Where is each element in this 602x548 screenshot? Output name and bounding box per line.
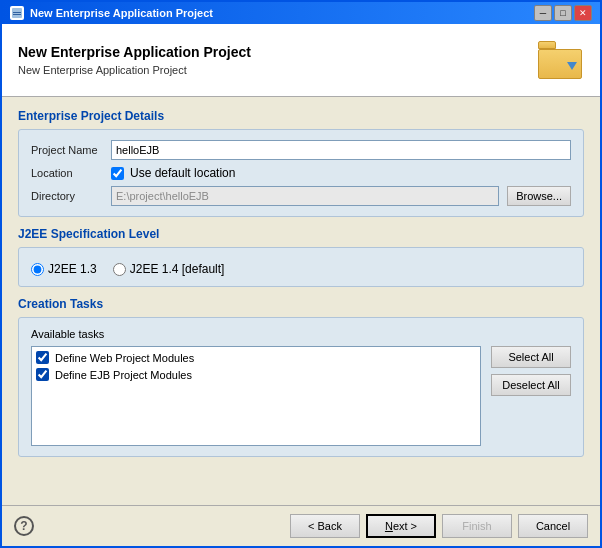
bottom-buttons: < Back Next > Finish Cancel <box>290 514 588 538</box>
next-label: Next > <box>385 520 417 532</box>
folder-arrow-icon <box>567 62 577 70</box>
title-bar-controls: ─ □ ✕ <box>534 5 592 21</box>
location-label: Location <box>31 167 103 179</box>
enterprise-section-panel: Project Name Location Use default locati… <box>18 129 584 217</box>
j2ee-13-label: J2EE 1.3 <box>48 262 97 276</box>
use-default-label: Use default location <box>130 166 235 180</box>
directory-label: Directory <box>31 190 103 202</box>
j2ee-14-option: J2EE 1.4 [default] <box>113 262 225 276</box>
folder-tab <box>538 41 556 49</box>
main-window: New Enterprise Application Project ─ □ ✕… <box>0 0 602 548</box>
j2ee-section-panel: J2EE 1.3 J2EE 1.4 [default] <box>18 247 584 287</box>
use-default-checkbox[interactable] <box>111 167 124 180</box>
deselect-all-button[interactable]: Deselect All <box>491 374 571 396</box>
use-default-row: Use default location <box>111 166 235 180</box>
finish-button[interactable]: Finish <box>442 514 512 538</box>
directory-input[interactable] <box>111 186 499 206</box>
bottom-left: ? <box>14 516 34 536</box>
creation-tasks-section: Creation Tasks Available tasks Define We… <box>18 297 584 493</box>
bottom-bar: ? < Back Next > Finish Cancel <box>2 505 600 546</box>
header-icon-area <box>536 36 584 84</box>
location-row: Location Use default location <box>31 166 571 180</box>
help-button[interactable]: ? <box>14 516 34 536</box>
content-area: New Enterprise Application Project New E… <box>2 24 600 546</box>
header-section: New Enterprise Application Project New E… <box>2 24 600 97</box>
j2ee-section: J2EE Specification Level J2EE 1.3 J2EE 1… <box>18 227 584 287</box>
enterprise-section: Enterprise Project Details Project Name … <box>18 109 584 217</box>
minimize-button[interactable]: ─ <box>534 5 552 21</box>
maximize-button[interactable]: □ <box>554 5 572 21</box>
next-button[interactable]: Next > <box>366 514 436 538</box>
folder-body <box>538 49 582 79</box>
j2ee-13-option: J2EE 1.3 <box>31 262 97 276</box>
task-web-checkbox[interactable] <box>36 351 49 364</box>
j2ee-section-title: J2EE Specification Level <box>18 227 584 241</box>
main-body: Enterprise Project Details Project Name … <box>2 97 600 505</box>
folder-icon <box>538 41 582 79</box>
j2ee-13-radio[interactable] <box>31 263 44 276</box>
browse-button[interactable]: Browse... <box>507 186 571 206</box>
app-icon <box>10 6 24 20</box>
back-button[interactable]: < Back <box>290 514 360 538</box>
title-bar: New Enterprise Application Project ─ □ ✕ <box>2 2 600 24</box>
task-ejb-checkbox[interactable] <box>36 368 49 381</box>
project-name-label: Project Name <box>31 144 103 156</box>
task-web-label: Define Web Project Modules <box>55 352 194 364</box>
project-name-row: Project Name <box>31 140 571 160</box>
j2ee-radio-group: J2EE 1.3 J2EE 1.4 [default] <box>31 262 571 276</box>
title-bar-text: New Enterprise Application Project <box>30 7 213 19</box>
select-all-button[interactable]: Select All <box>491 346 571 368</box>
svg-rect-2 <box>13 14 21 15</box>
directory-row: Directory Browse... <box>31 186 571 206</box>
title-bar-left: New Enterprise Application Project <box>10 6 213 20</box>
j2ee-14-radio[interactable] <box>113 263 126 276</box>
tasks-inner: Define Web Project Modules Define EJB Pr… <box>31 346 571 446</box>
enterprise-section-title: Enterprise Project Details <box>18 109 584 123</box>
header-subtitle: New Enterprise Application Project <box>18 64 251 76</box>
available-tasks-label: Available tasks <box>31 328 571 340</box>
cancel-button[interactable]: Cancel <box>518 514 588 538</box>
close-button[interactable]: ✕ <box>574 5 592 21</box>
creation-tasks-title: Creation Tasks <box>18 297 584 311</box>
j2ee-14-label: J2EE 1.4 [default] <box>130 262 225 276</box>
svg-rect-1 <box>13 12 21 13</box>
task-ejb-label: Define EJB Project Modules <box>55 369 192 381</box>
header-title: New Enterprise Application Project <box>18 44 251 60</box>
creation-tasks-panel: Available tasks Define Web Project Modul… <box>18 317 584 457</box>
tasks-buttons: Select All Deselect All <box>491 346 571 396</box>
project-name-input[interactable] <box>111 140 571 160</box>
task-item-ejb: Define EJB Project Modules <box>36 368 476 381</box>
tasks-list: Define Web Project Modules Define EJB Pr… <box>31 346 481 446</box>
task-item-web: Define Web Project Modules <box>36 351 476 364</box>
header-text: New Enterprise Application Project New E… <box>18 44 251 76</box>
